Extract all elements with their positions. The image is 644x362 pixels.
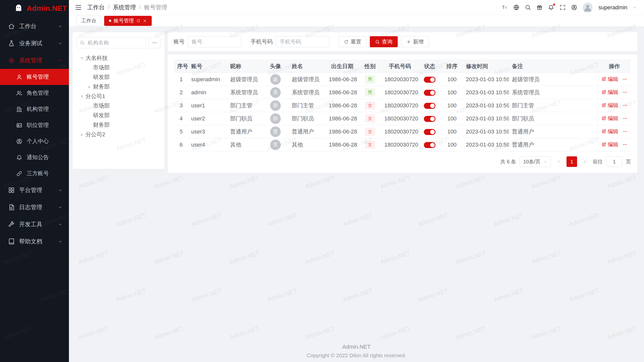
sidebar-item-5[interactable]: 开发工具 [0, 216, 69, 233]
sidebar-item-4[interactable]: 日志管理 [0, 199, 69, 216]
cell-remark: 部门主管 [512, 102, 534, 109]
sidebar-item-1[interactable]: 业务测试 [0, 35, 69, 52]
sidebar-item-3[interactable]: 平台管理 [0, 182, 69, 199]
profile-icon[interactable] [571, 4, 577, 11]
tree-node-3[interactable]: ▸财务部 [76, 82, 160, 92]
edit-button[interactable]: 编辑 [601, 102, 618, 109]
tree-node-label: 市场部 [93, 64, 110, 71]
cell-phone: 18020030720 [384, 76, 418, 82]
row-avatar: 系 [270, 87, 281, 98]
row-more-button[interactable] [622, 142, 627, 147]
sidebar-subitem-2-6[interactable]: 三方账号 [0, 165, 69, 182]
org-search-input[interactable] [76, 37, 146, 48]
menu-item-label: 通知公告 [27, 154, 49, 161]
row-more-button[interactable] [622, 103, 627, 108]
edit-button[interactable]: 编辑 [601, 128, 618, 135]
next-page-button[interactable] [581, 156, 589, 167]
user-icon [16, 74, 22, 80]
sidebar-menu: 工作台业务测试系统管理账号管理角色管理机构管理职位管理个人中心通知公告三方账号平… [0, 17, 69, 250]
sidebar-subitem-2-4[interactable]: 个人中心 [0, 133, 69, 149]
edit-button[interactable]: 编辑 [601, 76, 618, 83]
status-toggle[interactable] [424, 129, 435, 135]
cell-phone: 18020030720 [384, 102, 418, 109]
tab-bar: 工作台账号管理 [69, 15, 644, 27]
home-icon [8, 23, 15, 30]
status-toggle[interactable] [424, 90, 435, 96]
tree-node-6[interactable]: 研发部 [76, 111, 160, 120]
prev-page-button[interactable] [554, 156, 563, 167]
sidebar-item-2[interactable]: 系统管理 [0, 52, 69, 69]
status-toggle[interactable] [424, 142, 435, 148]
sidebar-subitem-2-1[interactable]: 角色管理 [0, 85, 69, 101]
chevron-down-icon [58, 222, 62, 227]
close-icon[interactable] [143, 19, 147, 23]
tree-node-0[interactable]: ▾大名科技 [76, 53, 160, 63]
menu-item-label: 开发工具 [19, 220, 42, 228]
row-more-button[interactable] [622, 90, 627, 95]
sidebar-subitem-2-2[interactable]: 机构管理 [0, 101, 69, 117]
tab-1[interactable]: 账号管理 [104, 16, 152, 26]
sidebar-item-6[interactable]: 帮助文档 [0, 233, 69, 250]
tree-node-2[interactable]: 研发部 [76, 72, 160, 82]
current-page-button[interactable]: 1 [567, 156, 577, 167]
font-size-icon[interactable]: TT [502, 4, 508, 11]
tree-node-7[interactable]: 财务部 [76, 120, 160, 130]
refresh-icon[interactable] [136, 19, 140, 23]
cell-modified: 2023-01-03 10:59:44 [466, 142, 509, 148]
search-button[interactable]: 查询 [370, 36, 398, 47]
page-size-select[interactable]: 10条/页 [519, 156, 551, 167]
tab-0[interactable]: 工作台 [76, 16, 101, 26]
edit-button[interactable]: 编辑 [601, 115, 618, 122]
tree-node-1[interactable]: 市场部 [76, 63, 160, 72]
edit-button-label: 编辑 [608, 128, 618, 135]
notification-icon[interactable] [548, 4, 554, 11]
cell-birth: 1986-06-28 [329, 128, 357, 135]
edit-icon [601, 116, 606, 121]
reset-button[interactable]: 重置 [339, 36, 367, 47]
edit-button[interactable]: 编辑 [601, 89, 618, 96]
tree-more-button[interactable] [148, 37, 160, 48]
hamburger-menu-icon[interactable] [75, 4, 82, 11]
status-toggle[interactable] [424, 77, 435, 83]
add-button[interactable]: 新增 [401, 36, 429, 47]
ellipsis-icon [152, 40, 157, 45]
brand-name: Admin.NET [27, 4, 67, 13]
sidebar-subitem-2-5[interactable]: 通知公告 [0, 149, 69, 165]
brand-logo[interactable]: Admin.NET [0, 0, 69, 17]
chevron-down-icon [58, 41, 62, 46]
breadcrumb-item-1[interactable]: 系统管理 [113, 4, 136, 11]
user-avatar[interactable] [583, 3, 593, 13]
cell-remark: 部门职员 [512, 115, 534, 122]
status-toggle[interactable] [424, 103, 435, 109]
breadcrumb-item-0[interactable]: 工作台 [87, 4, 105, 11]
phone-input[interactable] [276, 36, 329, 47]
search-icon[interactable] [525, 4, 531, 11]
menu-item-label: 日志管理 [19, 203, 42, 211]
sidebar-item-0[interactable]: 工作台 [0, 18, 69, 35]
sidebar-subitem-2-0[interactable]: 账号管理 [0, 69, 69, 85]
chevron-down-icon[interactable] [633, 6, 636, 9]
row-more-button[interactable] [622, 129, 627, 134]
tree-node-5[interactable]: 市场部 [76, 101, 160, 111]
chevron-down-icon [543, 160, 547, 164]
account-input[interactable] [188, 36, 241, 47]
tree-node-8[interactable]: ▸分公司2 [76, 130, 160, 139]
menu-item-label: 平台管理 [19, 186, 42, 194]
edit-button-label: 编辑 [608, 76, 618, 83]
row-more-button[interactable] [622, 77, 627, 82]
tree-node-4[interactable]: ▾分公司1 [76, 92, 160, 101]
theme-icon[interactable] [536, 4, 543, 11]
edit-button[interactable]: 编辑 [601, 141, 618, 148]
edit-icon [601, 142, 606, 147]
cell-account: user2 [191, 115, 205, 122]
username[interactable]: superadmin [598, 4, 627, 11]
goto-page-input[interactable] [606, 156, 622, 167]
sidebar-subitem-2-3[interactable]: 职位管理 [0, 117, 69, 133]
row-more-button[interactable] [622, 116, 627, 121]
status-toggle[interactable] [424, 116, 435, 122]
table-row: 5user3普通用户普普通用户1986-06-28女18020030720100… [174, 125, 631, 138]
language-icon[interactable] [513, 4, 519, 11]
flask-icon [8, 40, 15, 47]
fullscreen-icon[interactable] [559, 4, 566, 11]
cell-index: 4 [180, 115, 183, 122]
